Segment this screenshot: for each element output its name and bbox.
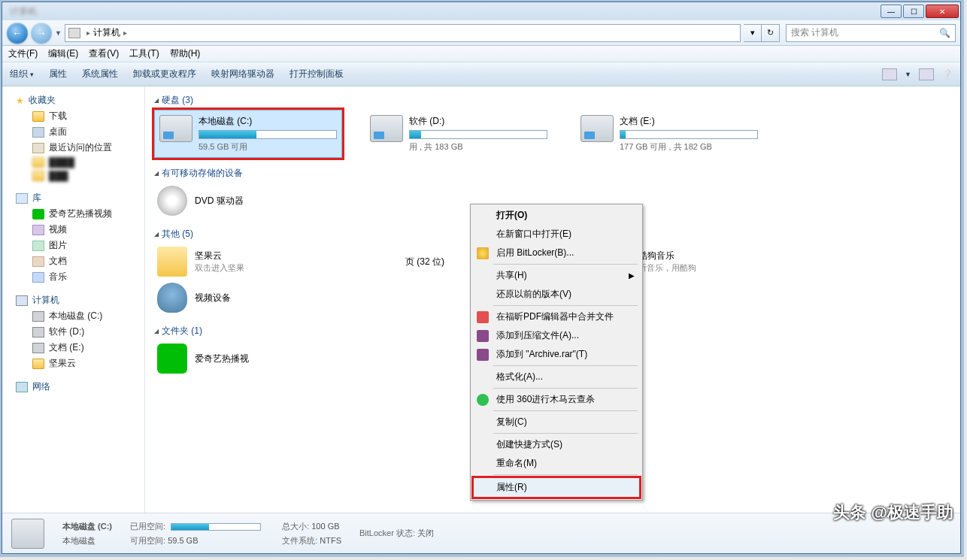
drive-e[interactable]: 文档 (E:) 177 GB 可用 , 共 182 GB bbox=[575, 110, 763, 158]
recent-icon bbox=[32, 143, 44, 153]
minimize-button[interactable]: — bbox=[881, 5, 902, 18]
section-removable[interactable]: 有可移动存储的设备 bbox=[154, 164, 951, 183]
search-input[interactable]: 搜索 计算机 🔍 bbox=[786, 24, 956, 42]
fs-value: NTFS bbox=[320, 536, 341, 545]
sidebar-drive-e[interactable]: 文档 (E:) bbox=[2, 340, 144, 356]
ctx-share[interactable]: 共享(H)▶ bbox=[472, 266, 641, 285]
desktop-icon bbox=[32, 127, 44, 138]
sidebar-item-blurred[interactable]: ████ bbox=[2, 156, 144, 169]
ctx-foxit-pdf[interactable]: 在福昕PDF编辑器中合并文件 bbox=[472, 307, 641, 326]
ctx-separator bbox=[493, 305, 638, 306]
usage-bar bbox=[409, 130, 547, 139]
drive-free-text: 用 , 共 183 GB bbox=[409, 141, 547, 153]
organize-button[interactable]: 组织 bbox=[10, 68, 34, 80]
close-button[interactable]: ✕ bbox=[926, 5, 959, 18]
ctx-format[interactable]: 格式化(A)... bbox=[472, 368, 641, 386]
sidebar-pictures[interactable]: 图片 bbox=[2, 238, 144, 253]
ctx-rename[interactable]: 重命名(M) bbox=[472, 454, 641, 473]
properties-button[interactable]: 属性 bbox=[49, 68, 67, 80]
ctx-separator bbox=[493, 264, 638, 265]
drive-name: 本地磁盘 (C:) bbox=[199, 115, 337, 128]
ctx-add-to-archive[interactable]: 添加到压缩文件(A)... bbox=[472, 326, 641, 345]
ctx-properties[interactable]: 属性(R) bbox=[472, 477, 641, 498]
forward-button[interactable]: → bbox=[31, 23, 52, 44]
sidebar-network[interactable]: 网络 bbox=[2, 379, 144, 395]
other-video-device[interactable]: 视频设备 bbox=[154, 280, 327, 316]
map-drive-button[interactable]: 映射网络驱动器 bbox=[211, 68, 274, 80]
address-bar[interactable]: ▸ 计算机 ▸ bbox=[65, 24, 741, 42]
folder-icon bbox=[32, 171, 44, 181]
menu-view[interactable]: 查看(V) bbox=[89, 47, 119, 60]
back-button[interactable]: ← bbox=[7, 23, 28, 44]
ctx-separator bbox=[493, 433, 638, 434]
breadcrumb-location[interactable]: 计算机 bbox=[93, 26, 120, 39]
menu-bar: 文件(F) 编辑(E) 查看(V) 工具(T) 帮助(H) bbox=[2, 46, 960, 62]
sidebar-computer[interactable]: 计算机 bbox=[2, 292, 144, 308]
view-dropdown-icon[interactable]: ▼ bbox=[905, 71, 911, 78]
used-label: 已用空间: bbox=[130, 522, 165, 531]
sidebar-jianguo[interactable]: 坚果云 bbox=[2, 356, 144, 371]
sidebar-downloads[interactable]: 下载 bbox=[2, 108, 144, 124]
shield-icon bbox=[477, 247, 489, 259]
sidebar-item-blurred[interactable]: ███ bbox=[2, 169, 144, 183]
sidebar-libraries[interactable]: 库 bbox=[2, 190, 144, 206]
help-icon[interactable]: ❔ bbox=[941, 69, 953, 80]
ctx-open-new-window[interactable]: 在新窗口中打开(E) bbox=[472, 225, 641, 244]
ctx-open[interactable]: 打开(O) bbox=[472, 206, 641, 225]
bitlocker-value: 关闭 bbox=[417, 528, 434, 537]
ctx-bitlocker[interactable]: 启用 BitLocker(B)... bbox=[472, 244, 641, 262]
search-placeholder: 搜索 计算机 bbox=[791, 26, 838, 39]
sidebar-music[interactable]: 音乐 bbox=[2, 269, 144, 285]
ctx-add-to-archive-rar[interactable]: 添加到 "Archive.rar"(T) bbox=[472, 345, 641, 364]
preview-pane-icon[interactable] bbox=[919, 68, 934, 80]
menu-help[interactable]: 帮助(H) bbox=[170, 47, 201, 60]
ctx-restore-version[interactable]: 还原以前的版本(V) bbox=[472, 285, 641, 304]
sidebar-drive-d[interactable]: 软件 (D:) bbox=[2, 324, 144, 340]
computer-icon bbox=[68, 28, 80, 38]
history-dropdown-icon[interactable]: ▼ bbox=[55, 29, 62, 37]
dvd-drive[interactable]: DVD 驱动器 bbox=[154, 183, 327, 219]
control-panel-button[interactable]: 打开控制面板 bbox=[289, 68, 344, 80]
dvd-label: DVD 驱动器 bbox=[195, 195, 244, 207]
sidebar-favorites[interactable]: ★收藏夹 bbox=[2, 92, 144, 108]
drive-icon bbox=[581, 115, 614, 142]
ctx-create-shortcut[interactable]: 创建快捷方式(S) bbox=[472, 435, 641, 454]
view-options-icon[interactable] bbox=[882, 68, 897, 80]
used-bar bbox=[171, 523, 261, 531]
address-dropdown-button[interactable]: ▾ bbox=[744, 24, 762, 42]
menu-file[interactable]: 文件(F) bbox=[8, 47, 38, 60]
drive-name: 文档 (E:) bbox=[620, 115, 758, 128]
context-menu: 打开(O) 在新窗口中打开(E) 启用 BitLocker(B)... 共享(H… bbox=[470, 204, 643, 501]
menu-tools[interactable]: 工具(T) bbox=[129, 47, 159, 60]
folder-icon bbox=[157, 247, 187, 277]
ctx-360-scan[interactable]: 使用 360进行木马云查杀 bbox=[472, 390, 641, 409]
system-properties-button[interactable]: 系统属性 bbox=[82, 68, 118, 80]
drive-c[interactable]: 本地磁盘 (C:) 59.5 GB 可用 bbox=[154, 110, 342, 158]
window-controls: — ☐ ✕ bbox=[881, 5, 959, 18]
sidebar-drive-c[interactable]: 本地磁盘 (C:) bbox=[2, 308, 144, 324]
sidebar-recent[interactable]: 最近访问的位置 bbox=[2, 140, 144, 156]
sidebar-desktop[interactable]: 桌面 bbox=[2, 124, 144, 140]
free-label: 可用空间: bbox=[130, 536, 165, 545]
drive-d[interactable]: 软件 (D:) 用 , 共 183 GB bbox=[365, 110, 553, 158]
iqiyi-icon bbox=[32, 209, 44, 219]
sidebar-iqiyi[interactable]: 爱奇艺热播视频 bbox=[2, 206, 144, 222]
ctx-separator bbox=[493, 410, 638, 411]
computer-icon bbox=[16, 295, 28, 306]
music-icon bbox=[32, 272, 44, 283]
sidebar-videos[interactable]: 视频 bbox=[2, 222, 144, 238]
search-icon: 🔍 bbox=[939, 28, 950, 38]
maximize-button[interactable]: ☐ bbox=[903, 5, 924, 18]
submenu-arrow-icon: ▶ bbox=[629, 271, 635, 280]
section-hard-drives[interactable]: 硬盘 (3) bbox=[154, 91, 951, 110]
folder-iqiyi[interactable]: 爱奇艺热播视 bbox=[154, 341, 327, 377]
other-jianguo[interactable]: 坚果云双击进入坚果 bbox=[154, 244, 327, 280]
window-title: 计算机 bbox=[4, 5, 881, 18]
navigation-bar: ← → ▼ ▸ 计算机 ▸ ▾ ↻ 搜索 计算机 🔍 bbox=[2, 20, 960, 46]
menu-edit[interactable]: 编辑(E) bbox=[48, 47, 78, 60]
360-icon bbox=[477, 394, 489, 406]
refresh-button[interactable]: ↻ bbox=[762, 24, 780, 42]
uninstall-button[interactable]: 卸载或更改程序 bbox=[133, 68, 196, 80]
ctx-copy[interactable]: 复制(C) bbox=[472, 413, 641, 431]
sidebar-documents[interactable]: 文档 bbox=[2, 253, 144, 269]
